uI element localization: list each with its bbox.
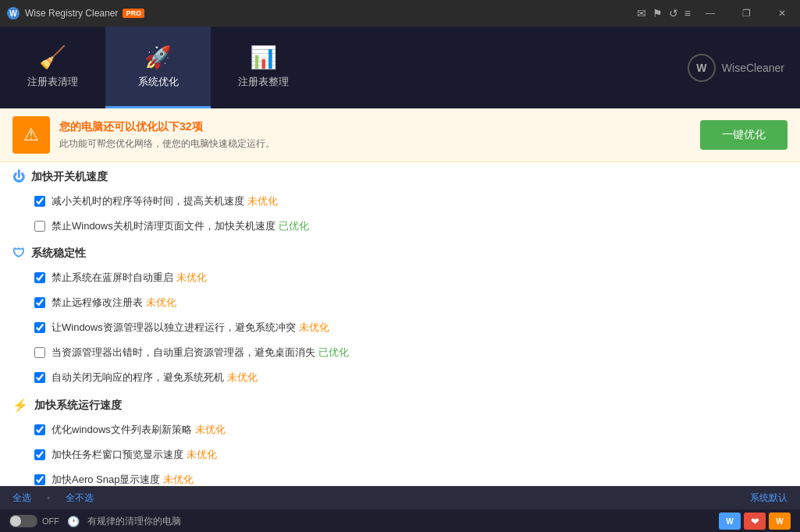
item5-text: 让Windows资源管理器以独立进程运行，避免系统冲突未优化 <box>52 321 788 335</box>
brand-logo-text: W <box>696 62 706 74</box>
list-item: 禁止Windows关机时清理页面文件，加快关机速度已优化 <box>12 214 788 239</box>
list-item: 优化windows文件列表刷新策略未优化 <box>12 417 788 442</box>
status-icon-1: W <box>726 517 733 526</box>
tab-registry-organize-label: 注册表整理 <box>238 75 289 89</box>
toggle-knob <box>10 516 21 527</box>
item3-checkbox[interactable] <box>34 272 45 283</box>
item4-status: 未优化 <box>146 296 176 308</box>
item10-checkbox[interactable] <box>34 474 45 485</box>
app-icon: W <box>6 6 20 20</box>
tab-registry-clean-icon: 🧹 <box>39 44 66 70</box>
one-click-optimize-button[interactable]: 一键优化 <box>700 120 788 150</box>
section-startup-speed: ⏻ 加快开关机速度 <box>12 162 788 189</box>
item8-text: 优化windows文件列表刷新策略未优化 <box>52 423 788 437</box>
list-item: 加快任务栏窗口预览显示速度未优化 <box>12 442 788 467</box>
tab-system-optimize[interactable]: 🚀 系统优化 <box>105 27 211 108</box>
select-all-link[interactable]: 全选 <box>12 491 31 505</box>
tab-system-optimize-label: 系统优化 <box>138 75 179 89</box>
banner-subtitle: 此功能可帮您优化网络，使您的电脑快速稳定运行。 <box>59 137 691 151</box>
item6-status: 已优化 <box>318 346 349 358</box>
flag-icon[interactable]: ⚑ <box>652 7 663 20</box>
banner-count: 32 <box>180 120 192 133</box>
item8-status: 未优化 <box>195 424 226 435</box>
main-content: ⏻ 加快开关机速度 减小关机时的程序等待时间，提高关机速度未优化 禁止Windo… <box>0 162 800 486</box>
brand-area: W WiseCleaner <box>688 27 800 108</box>
item6-checkbox[interactable] <box>34 347 45 358</box>
item3-text: 禁止系统在蓝屏时自动重启未优化 <box>52 271 788 285</box>
list-item: 自动关闭无响应的程序，避免系统死机未优化 <box>12 365 788 390</box>
tab-registry-organize-icon: 📊 <box>250 44 277 70</box>
item5-status: 未优化 <box>299 321 329 333</box>
item3-status: 未优化 <box>176 271 207 283</box>
banner-title: 您的电脑还可以优化以下32项 <box>59 120 691 134</box>
banner-title-suffix: 项 <box>192 120 203 133</box>
status-icon-3: W <box>776 517 783 526</box>
item4-text: 禁止远程修改注册表未优化 <box>52 296 788 310</box>
list-item: 当资源管理器出错时，自动重启资源管理器，避免桌面消失已优化 <box>12 340 788 365</box>
item6-text: 当资源管理器出错时，自动重启资源管理器，避免桌面消失已优化 <box>52 346 788 360</box>
toggle-label: OFF <box>42 516 59 526</box>
banner-icon: ⚠ <box>12 116 50 154</box>
minimize-button[interactable]: — <box>692 0 728 27</box>
window-controls: — ❐ ✕ <box>692 0 800 27</box>
schedule-icon: 🕐 <box>67 516 80 527</box>
tab-system-optimize-icon: 🚀 <box>144 44 172 70</box>
status-icon-btn-1[interactable]: W <box>719 512 741 530</box>
section-system-run-speed-label: 加快系统运行速度 <box>34 399 122 413</box>
svg-text:W: W <box>9 9 17 18</box>
status-icon-btn-3[interactable]: W <box>769 512 791 530</box>
list-item: 减小关机时的程序等待时间，提高关机速度未优化 <box>12 189 788 214</box>
item2-status: 已优化 <box>279 220 309 232</box>
item2-text: 禁止Windows关机时清理页面文件，加快关机速度已优化 <box>52 219 788 233</box>
item7-checkbox[interactable] <box>34 372 45 383</box>
item1-checkbox[interactable] <box>34 196 45 207</box>
item9-status: 未优化 <box>187 449 217 460</box>
section-system-run-speed: ⚡ 加快系统运行速度 <box>12 390 788 417</box>
status-bar: OFF 🕐 有规律的清理你的电脑 W ❤ W <box>0 509 800 532</box>
status-icon-btn-2[interactable]: ❤ <box>744 512 766 530</box>
banner: ⚠ 您的电脑还可以优化以下32项 此功能可帮您优化网络，使您的电脑快速稳定运行。… <box>0 108 800 162</box>
system-run-speed-icon: ⚡ <box>12 398 28 413</box>
status-icon-2: ❤ <box>751 516 759 527</box>
schedule-text: 有规律的清理你的电脑 <box>87 515 711 528</box>
list-item: 加快Aero Snap显示速度未优化 <box>12 467 788 486</box>
item9-checkbox[interactable] <box>34 449 45 460</box>
auto-clean-toggle[interactable]: OFF <box>9 515 59 527</box>
item8-checkbox[interactable] <box>34 424 45 435</box>
tab-registry-clean[interactable]: 🧹 注册表清理 <box>0 27 105 108</box>
refresh-icon[interactable]: ↺ <box>669 7 678 20</box>
maximize-button[interactable]: ❐ <box>728 0 764 27</box>
app-title: Wise Registry Cleaner <box>25 8 118 19</box>
deselect-all-link[interactable]: 全不选 <box>66 491 94 505</box>
item5-checkbox[interactable] <box>34 322 45 333</box>
tab-registry-clean-label: 注册表清理 <box>27 75 78 89</box>
banner-text: 您的电脑还可以优化以下32项 此功能可帮您优化网络，使您的电脑快速稳定运行。 <box>59 120 691 151</box>
separator: • <box>47 493 50 504</box>
nav-tabs: 🧹 注册表清理 🚀 系统优化 📊 注册表整理 W WiseCleaner <box>0 27 800 108</box>
pro-badge: PRO <box>123 9 144 18</box>
toggle-track[interactable] <box>9 515 37 527</box>
brand-logo: W <box>688 54 716 82</box>
item10-status: 未优化 <box>163 473 194 485</box>
item1-text: 减小关机时的程序等待时间，提高关机速度未优化 <box>52 194 788 208</box>
menu-icon[interactable]: ≡ <box>684 7 691 20</box>
system-stability-icon: 🛡 <box>12 246 25 261</box>
list-item: 禁止系统在蓝屏时自动重启未优化 <box>12 265 788 290</box>
mail-icon[interactable]: ✉ <box>637 7 646 20</box>
item2-checkbox[interactable] <box>34 221 45 232</box>
bottom-bar: 全选 • 全不选 系统默认 <box>0 486 800 509</box>
close-button[interactable]: ✕ <box>764 0 800 27</box>
warning-icon: ⚠ <box>23 125 39 145</box>
section-system-stability-label: 系统稳定性 <box>31 246 86 261</box>
status-icons: W ❤ W <box>719 512 791 530</box>
item4-checkbox[interactable] <box>34 297 45 308</box>
item7-status: 未优化 <box>227 371 258 383</box>
tab-registry-organize[interactable]: 📊 注册表整理 <box>211 27 316 108</box>
restore-default-link[interactable]: 系统默认 <box>750 491 788 505</box>
item1-status: 未优化 <box>247 195 278 207</box>
title-bar: W Wise Registry Cleaner PRO ✉ ⚑ ↺ ≡ — ❐ … <box>0 0 800 27</box>
item9-text: 加快任务栏窗口预览显示速度未优化 <box>52 448 788 462</box>
list-item: 让Windows资源管理器以独立进程运行，避免系统冲突未优化 <box>12 315 788 340</box>
startup-speed-icon: ⏻ <box>12 170 25 184</box>
title-icons: ✉ ⚑ ↺ ≡ <box>637 0 691 27</box>
